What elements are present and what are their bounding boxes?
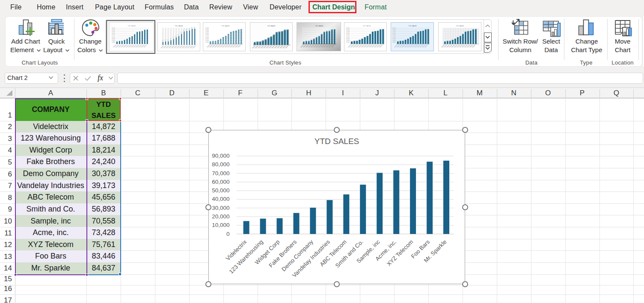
svg-text:60,000: 60,000 bbox=[112, 32, 115, 34]
svg-text:80,000: 80,000 bbox=[112, 29, 115, 31]
svg-text:90,000: 90,000 bbox=[205, 27, 209, 29]
svg-text:90,000: 90,000 bbox=[346, 27, 350, 29]
svg-text:YTD SALES: YTD SALES bbox=[456, 25, 464, 27]
svg-text:20,000: 20,000 bbox=[392, 40, 396, 41]
svg-text:80,000: 80,000 bbox=[205, 29, 209, 31]
svg-text:YTD SALES: YTD SALES bbox=[267, 25, 275, 27]
svg-text:90,000: 90,000 bbox=[392, 27, 396, 29]
svg-text:30,000: 30,000 bbox=[392, 38, 396, 40]
svg-text:40,000: 40,000 bbox=[346, 36, 350, 38]
svg-text:30,000: 30,000 bbox=[112, 38, 115, 40]
svg-text:30,000: 30,000 bbox=[346, 38, 350, 40]
svg-text:40,000: 40,000 bbox=[392, 36, 396, 38]
svg-text:50,000: 50,000 bbox=[205, 34, 209, 36]
svg-text:90,000: 90,000 bbox=[112, 27, 115, 29]
svg-text:60,000: 60,000 bbox=[205, 32, 209, 34]
svg-text:10,000: 10,000 bbox=[346, 41, 350, 43]
svg-text:60,000: 60,000 bbox=[392, 32, 396, 34]
svg-text:10,000: 10,000 bbox=[392, 41, 396, 43]
svg-text:20,000: 20,000 bbox=[205, 40, 209, 41]
svg-text:70,000: 70,000 bbox=[346, 31, 350, 32]
svg-text:50,000: 50,000 bbox=[112, 34, 115, 36]
svg-text:10,000: 10,000 bbox=[205, 41, 209, 43]
svg-text:80,000: 80,000 bbox=[346, 29, 350, 31]
svg-text:70,000: 70,000 bbox=[112, 31, 115, 32]
svg-text:10,000: 10,000 bbox=[112, 41, 115, 43]
svg-text:YTD SALES: YTD SALES bbox=[315, 25, 323, 27]
svg-text:YTD SALES: YTD SALES bbox=[128, 25, 136, 27]
svg-text:YTD SALES: YTD SALES bbox=[175, 25, 183, 27]
svg-text:20,000: 20,000 bbox=[346, 40, 350, 41]
svg-text:40,000: 40,000 bbox=[112, 36, 115, 38]
svg-text:40,000: 40,000 bbox=[205, 36, 209, 38]
svg-text:YTD SALES: YTD SALES bbox=[362, 25, 371, 27]
svg-text:70,000: 70,000 bbox=[392, 31, 396, 32]
svg-text:30,000: 30,000 bbox=[205, 38, 209, 40]
svg-text:60,000: 60,000 bbox=[346, 32, 350, 34]
svg-text:50,000: 50,000 bbox=[346, 34, 350, 36]
svg-text:80,000: 80,000 bbox=[392, 29, 396, 31]
svg-text:YTD SALES: YTD SALES bbox=[408, 25, 416, 27]
svg-text:50,000: 50,000 bbox=[392, 34, 396, 36]
svg-text:70,000: 70,000 bbox=[205, 31, 209, 32]
svg-text:YTD SALES: YTD SALES bbox=[221, 25, 229, 27]
svg-text:20,000: 20,000 bbox=[112, 40, 115, 41]
